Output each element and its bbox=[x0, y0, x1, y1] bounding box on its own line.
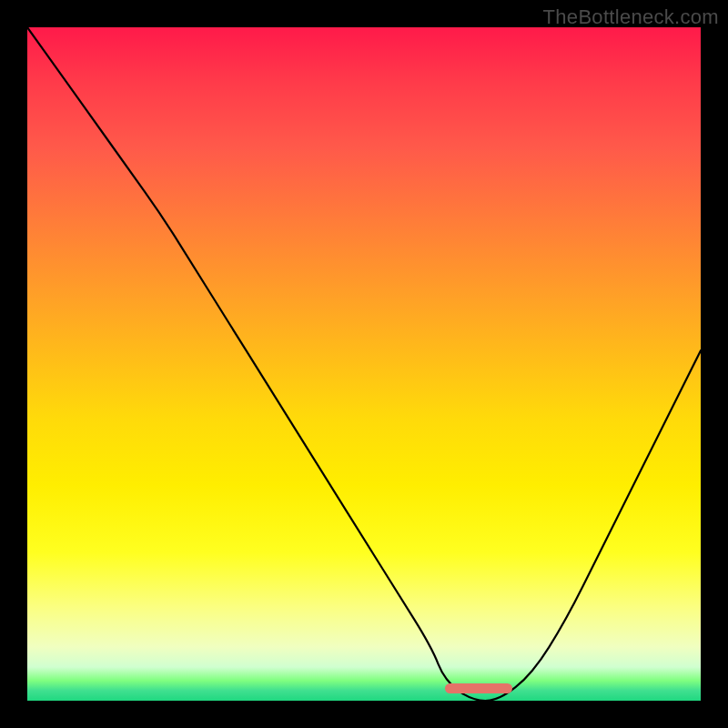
watermark-text: TheBottleneck.com bbox=[543, 5, 719, 29]
bottleneck-chart: TheBottleneck.com bbox=[0, 0, 728, 728]
bottleneck-curve-line bbox=[27, 27, 701, 701]
optimal-range-marker bbox=[445, 683, 512, 693]
curve-svg bbox=[27, 27, 701, 701]
plot-area bbox=[27, 27, 701, 701]
